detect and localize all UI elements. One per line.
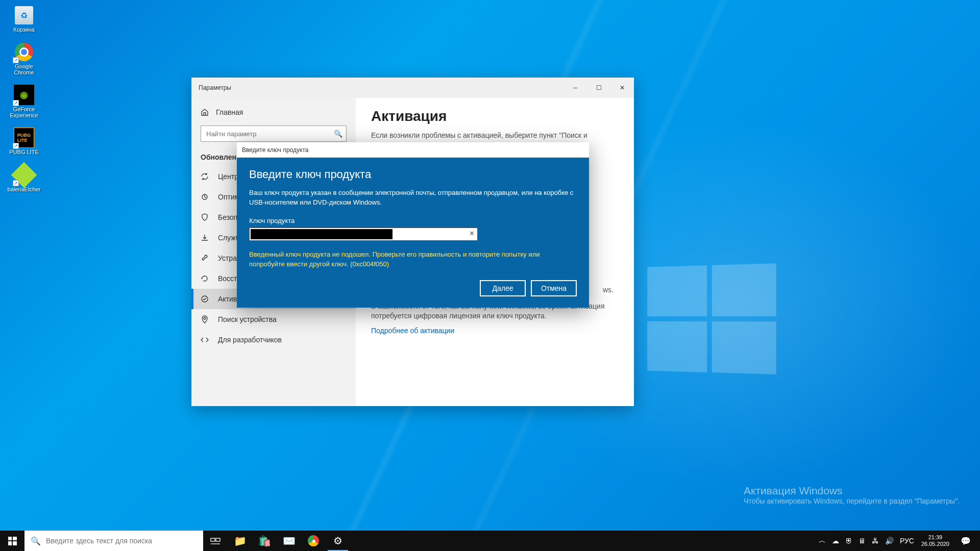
system-tray: ︿ ☁ ⛨ 🖥 🖧 🔊 РУС 21:39 26.05.2020 💬 xyxy=(816,531,980,551)
taskbar-store[interactable]: 🛍️ xyxy=(252,531,277,551)
cloud-icon: ☁ xyxy=(832,537,839,545)
svg-rect-4 xyxy=(216,538,220,541)
redacted-key xyxy=(251,229,393,239)
sync-icon xyxy=(201,172,209,181)
task-view-button[interactable] xyxy=(203,531,228,551)
tray-clock[interactable]: 21:39 26.05.2020 xyxy=(917,534,953,547)
recycle-bin-icon xyxy=(15,6,33,24)
desktop-icon-geforce[interactable]: ◉↗ GeForce Experience xyxy=(5,85,43,118)
icon-label: Корзина xyxy=(13,27,35,33)
titlebar[interactable]: Параметры ─ ☐ ✕ xyxy=(191,78,634,98)
delivery-icon xyxy=(201,193,209,201)
folder-icon: 📁 xyxy=(234,535,247,547)
shield-icon xyxy=(201,213,209,221)
clock-time: 21:39 xyxy=(928,534,943,541)
partial-text: ws. xyxy=(603,286,614,294)
close-button[interactable]: ✕ xyxy=(610,78,634,98)
language-indicator: РУС xyxy=(900,537,914,545)
windows-icon xyxy=(8,537,17,545)
check-circle-icon xyxy=(201,295,209,303)
mail-icon: ✉️ xyxy=(283,535,296,547)
taskbar-mail[interactable]: ✉️ xyxy=(277,531,301,551)
settings-search[interactable]: 🔍 xyxy=(201,126,347,142)
sidebar-item-find-device[interactable]: Поиск устройства xyxy=(191,309,356,330)
minimize-button[interactable]: ─ xyxy=(564,78,587,98)
taskbar-chrome[interactable] xyxy=(301,531,326,551)
dialog-heading: Введите ключ продукта xyxy=(249,168,577,181)
start-button[interactable] xyxy=(0,531,24,551)
cancel-button[interactable]: Отмена xyxy=(531,280,577,296)
search-icon: 🔍 xyxy=(31,536,41,546)
volume-icon: 🔊 xyxy=(885,537,894,545)
window-title: Параметры xyxy=(199,84,231,91)
error-message: Введенный ключ продукта не подошел. Пров… xyxy=(249,250,577,269)
shield-icon: ⛨ xyxy=(845,537,852,545)
maximize-button[interactable]: ☐ xyxy=(587,78,610,98)
shortcut-arrow-icon: ↗ xyxy=(13,57,19,63)
taskbar-search[interactable]: 🔍 xyxy=(24,531,203,551)
dialog-titlebar[interactable]: Введите ключ продукта xyxy=(237,142,589,158)
code-icon xyxy=(201,336,209,344)
taskbar-explorer[interactable]: 📁 xyxy=(228,531,252,551)
watermark-subtitle: Чтобы активировать Windows, перейдите в … xyxy=(744,497,960,505)
taskbar-search-input[interactable] xyxy=(46,537,197,545)
activation-watermark: Активация Windows Чтобы активировать Win… xyxy=(744,485,960,505)
svg-point-2 xyxy=(204,317,206,319)
tray-usb[interactable]: 🖥 xyxy=(855,531,869,551)
desktop-icon-etcher[interactable]: ↗ balenaEtcher xyxy=(5,165,43,192)
svg-rect-3 xyxy=(211,538,215,541)
chrome-icon xyxy=(308,535,319,546)
wrench-icon xyxy=(201,254,209,262)
svg-point-1 xyxy=(202,296,208,302)
notification-icon: 💬 xyxy=(961,536,971,546)
gear-icon: ⚙ xyxy=(333,535,342,547)
chevron-up-icon: ︿ xyxy=(819,536,826,545)
tray-onedrive[interactable]: ☁ xyxy=(829,531,842,551)
settings-search-input[interactable] xyxy=(201,126,347,142)
sidebar-home[interactable]: Главная xyxy=(191,103,356,121)
shortcut-arrow-icon: ↗ xyxy=(13,180,19,186)
icon-label: GeForce Experience xyxy=(5,106,43,118)
clock-date: 26.05.2020 xyxy=(921,541,949,547)
tray-volume[interactable]: 🔊 xyxy=(882,531,897,551)
task-view-icon xyxy=(210,537,220,545)
shortcut-arrow-icon: ↗ xyxy=(13,100,19,106)
search-icon: 🔍 xyxy=(334,130,342,138)
tray-network[interactable]: 🖧 xyxy=(869,531,882,551)
icon-label: Google Chrome xyxy=(5,63,43,76)
nav-label: Для разработчиков xyxy=(218,336,282,344)
learn-more-link[interactable]: Подробнее об активации xyxy=(371,327,454,335)
network-icon: 🖧 xyxy=(872,537,879,545)
product-key-label: Ключ продукта xyxy=(249,217,577,224)
taskbar: 🔍 📁 🛍️ ✉️ ⚙ ︿ ☁ ⛨ 🖥 🖧 🔊 РУС 21:39 26.05.… xyxy=(0,531,980,551)
tray-chevron[interactable]: ︿ xyxy=(816,531,829,551)
dialog-body-text: Ваш ключ продукта указан в сообщении эле… xyxy=(249,188,577,208)
windows-logo-wallpaper xyxy=(647,263,776,374)
store-icon: 🛍️ xyxy=(258,535,271,547)
action-center-button[interactable]: 💬 xyxy=(953,531,978,551)
icon-label: PUBG LITE xyxy=(9,149,38,155)
tray-security[interactable]: ⛨ xyxy=(842,531,855,551)
desktop-icon-chrome[interactable]: ↗ Google Chrome xyxy=(5,42,43,76)
sidebar-item-developers[interactable]: Для разработчиков xyxy=(191,330,356,350)
nav-label: Поиск устройства xyxy=(218,315,277,323)
backup-icon xyxy=(201,234,209,242)
content-paragraph: Если возникли проблемы с активацией, выб… xyxy=(371,131,619,141)
location-icon xyxy=(201,315,209,323)
next-button[interactable]: Далее xyxy=(480,280,526,296)
taskbar-settings[interactable]: ⚙ xyxy=(326,531,350,551)
content-heading: Активация xyxy=(371,108,619,124)
clear-input-button[interactable]: ✕ xyxy=(469,230,475,237)
shortcut-arrow-icon: ↗ xyxy=(13,143,19,149)
desktop-icons: Корзина ↗ Google Chrome ◉↗ GeForce Exper… xyxy=(5,5,43,192)
home-icon xyxy=(201,108,209,116)
usb-icon: 🖥 xyxy=(859,537,866,545)
sidebar-home-label: Главная xyxy=(216,108,243,116)
product-key-dialog: Введите ключ продукта Введите ключ проду… xyxy=(237,142,589,308)
watermark-title: Активация Windows xyxy=(744,485,960,497)
desktop-icon-pubg[interactable]: PUBGLITE↗ PUBG LITE xyxy=(5,128,43,155)
recovery-icon xyxy=(201,274,209,283)
desktop-icon-recycle-bin[interactable]: Корзина xyxy=(5,5,43,33)
tray-language[interactable]: РУС xyxy=(897,531,917,551)
